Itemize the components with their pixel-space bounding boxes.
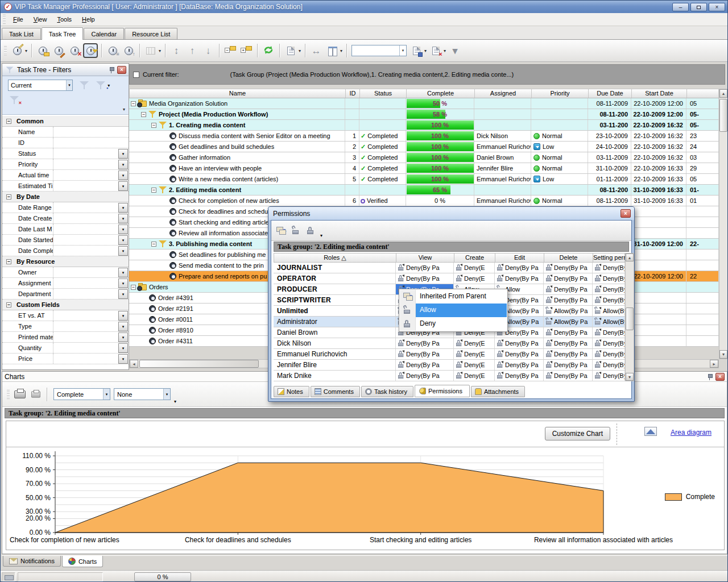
table-row[interactable]: Gather information3✓Completed100 %Daniel…	[129, 152, 719, 163]
tab-task-list[interactable]: Task List	[2, 28, 41, 39]
tree-expander[interactable]: −	[151, 123, 156, 128]
filter-field-input[interactable]	[53, 289, 118, 299]
filter-field-input[interactable]	[53, 224, 118, 234]
permission-cell[interactable]: Allow(By Pa	[593, 317, 625, 327]
filter-field-input[interactable]	[53, 159, 118, 169]
permission-cell[interactable]: Deny(By Pa	[593, 273, 625, 284]
chart-field-combo[interactable]: Complete ▾	[53, 388, 110, 400]
close-button[interactable]: ×	[709, 3, 725, 11]
collapse-icon[interactable]: −	[6, 259, 11, 264]
title-bar[interactable]: ✓ VIP Task Manager Professional [ User: …	[1, 1, 728, 13]
filter-field-input[interactable]	[53, 267, 118, 277]
dropdown-icon[interactable]: ▾	[118, 343, 128, 353]
menu-tools[interactable]: Tools	[52, 14, 77, 24]
scroll-thumb[interactable]	[626, 307, 634, 330]
dialog-title-bar[interactable]: Permissions ×	[268, 207, 634, 220]
permission-row[interactable]: Jennifer BlireDeny(By PaDeny(EDeny(By Pa…	[274, 360, 625, 371]
filter-field-input[interactable]	[53, 213, 118, 223]
column-header[interactable]: Complete	[407, 89, 475, 98]
permission-cell[interactable]: Deny(By Pa	[593, 263, 625, 273]
scroll-thumb[interactable]	[139, 360, 259, 368]
permission-cell[interactable]: Deny(By Pa	[495, 263, 544, 273]
save-layout-dropdown-icon[interactable]: ▾	[424, 48, 427, 53]
collapse-icon[interactable]: −	[6, 302, 11, 307]
permission-cell[interactable]: Deny(E	[454, 263, 495, 273]
permission-cell[interactable]: Deny(By Pa	[593, 338, 625, 348]
filter-field-input[interactable]	[53, 354, 118, 364]
permission-cell[interactable]: Deny(By Pa	[396, 360, 454, 370]
permission-row[interactable]: Dick NilsonDeny(By PaDeny(EDeny(By PaDen…	[274, 338, 625, 349]
filter-panel-close-icon[interactable]: ×	[117, 66, 126, 74]
permission-cell[interactable]: Deny(E	[454, 360, 495, 370]
table-row[interactable]: −Project (Media Production Workflow)58 %…	[129, 109, 719, 120]
column-header[interactable]: Priority	[532, 89, 589, 98]
complete-task-button[interactable]: ≡	[105, 43, 120, 58]
dropdown-icon[interactable]: ▾	[118, 171, 128, 180]
menu-item-allow[interactable]: Allow	[400, 304, 507, 317]
restore-button[interactable]	[690, 3, 707, 11]
permission-cell[interactable]: Deny(By Pa	[593, 295, 625, 305]
dropdown-icon[interactable]: ▾	[118, 268, 128, 277]
column-header[interactable]: Due Date	[589, 89, 632, 98]
tab-resource-list[interactable]: Resource List	[125, 28, 177, 39]
filter-field-input[interactable]	[53, 127, 129, 137]
refresh-button[interactable]	[261, 43, 276, 58]
tab-task-history[interactable]: Task history	[361, 386, 413, 397]
combo-dropdown-icon[interactable]: ▾	[103, 389, 110, 400]
table-row[interactable]: Check for completion of new articles6Ver…	[129, 196, 719, 206]
save-filter-icon[interactable]: ▪	[96, 81, 106, 90]
tab-notes[interactable]: Notes	[274, 386, 309, 397]
dropdown-icon[interactable]: ▾	[118, 246, 128, 256]
table-row[interactable]: −2. Editing media content65 %08-11-20031…	[129, 185, 719, 196]
permission-cell[interactable]: Deny(By Pa	[495, 273, 544, 284]
permission-cell[interactable]: Deny(By Pa	[495, 338, 544, 348]
dropdown-icon[interactable]: ▾	[118, 332, 128, 342]
dropdown-icon[interactable]: ▾	[118, 181, 128, 191]
permission-cell[interactable]: Deny(By Pa	[544, 273, 593, 284]
print-export-button[interactable]	[283, 43, 298, 58]
table-vertical-scrollbar[interactable]: ▴ ▾	[719, 89, 728, 359]
toolbar-overflow-button[interactable]: ▾	[448, 43, 462, 58]
customize-columns-dropdown-icon[interactable]: ▾	[340, 48, 342, 53]
deny-button[interactable]	[303, 223, 318, 238]
permission-cell[interactable]: Deny(By Pa	[593, 327, 625, 338]
menu-item-inherited[interactable]: ↴ Inherited From Parent	[400, 290, 507, 304]
filter-field-input[interactable]	[53, 235, 118, 245]
filter-field-input[interactable]	[53, 278, 118, 288]
permission-column-header[interactable]: Edit	[495, 253, 544, 262]
tab-charts[interactable]: Charts	[62, 556, 103, 567]
permission-cell[interactable]: Deny(E	[454, 349, 495, 359]
area-diagram-link[interactable]: Area diagram	[671, 429, 712, 436]
permission-cell[interactable]: Deny(By Pa	[396, 338, 454, 348]
layout-combo[interactable]: ▾	[351, 45, 407, 56]
column-header[interactable]: Status	[360, 89, 407, 98]
dropdown-icon[interactable]: ▾	[118, 225, 128, 234]
dropdown-icon[interactable]: ▾	[118, 289, 128, 299]
scroll-left-icon[interactable]: ◂	[130, 360, 138, 368]
fit-columns-button[interactable]: ↔	[309, 43, 324, 58]
permission-cell[interactable]: Deny(By Pa	[593, 371, 625, 381]
inherited-from-parent-button[interactable]: ↴	[274, 223, 288, 238]
permission-column-header[interactable]: Create	[454, 253, 495, 262]
pin-icon[interactable]	[706, 373, 714, 381]
chart-secondary-combo[interactable]: None ▾	[114, 388, 171, 400]
permission-cell[interactable]: Allow(By Pa	[544, 306, 593, 316]
permission-cell[interactable]: Deny(By Pa	[593, 284, 625, 294]
move-up-button[interactable]: ↑	[185, 43, 200, 58]
apply-filter-icon[interactable]	[79, 81, 89, 90]
scroll-thumb[interactable]	[719, 99, 727, 132]
permission-column-header[interactable]: Setting permission	[593, 253, 626, 262]
permission-cell[interactable]: Deny(E	[454, 371, 495, 381]
permission-cell[interactable]: Deny(By Pa	[495, 349, 544, 359]
save-layout-button[interactable]	[409, 43, 424, 58]
tree-expander[interactable]: −	[151, 242, 156, 247]
filter-field-input[interactable]	[53, 310, 118, 321]
permission-cell[interactable]: Deny(By Pa	[544, 284, 593, 294]
move-tasks-button[interactable]: ↕	[169, 43, 184, 58]
filter-section-header[interactable]: −Common	[2, 116, 129, 127]
assign-resources-button[interactable]	[143, 43, 158, 58]
permissions-toolbar-overflow-icon[interactable]: ▾	[320, 233, 322, 240]
filter-section-header[interactable]: −By Date	[2, 192, 129, 202]
combo-dropdown-icon[interactable]: ▾	[163, 389, 170, 400]
print-chart-button[interactable]	[12, 386, 28, 402]
